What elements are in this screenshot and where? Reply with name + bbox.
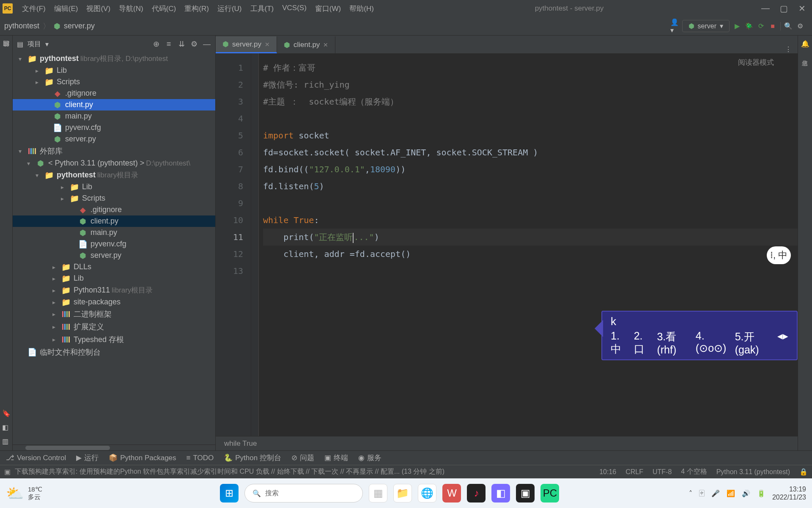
close-tab-icon[interactable]: ✕ bbox=[265, 41, 270, 48]
tabs-menu-icon[interactable]: ⋮ bbox=[785, 45, 798, 53]
code-editor[interactable]: 12345678910111213 # 作者：富哥#微信号: rich_ying… bbox=[216, 53, 798, 436]
lock-icon[interactable]: 🔒 bbox=[799, 468, 808, 476]
run-with-coverage-button[interactable]: ⟳ bbox=[757, 22, 765, 30]
bottom-tab[interactable]: ⎇Version Control bbox=[6, 453, 66, 462]
tray-chevron-icon[interactable]: ˄ bbox=[689, 489, 692, 497]
horizontal-scrollbar[interactable] bbox=[13, 444, 215, 450]
code-breadcrumb-item[interactable]: while True bbox=[224, 439, 257, 448]
tree-row[interactable]: ▸📁Scripts bbox=[13, 76, 215, 88]
tree-row[interactable]: 📄临时文件和控制台 bbox=[13, 346, 215, 359]
edge-icon[interactable]: 🌐 bbox=[418, 484, 436, 502]
ime-candidate[interactable]: 1.中 bbox=[611, 330, 626, 356]
app-icon-1[interactable]: ♪ bbox=[467, 484, 486, 502]
settings-icon[interactable]: ⚙ bbox=[796, 22, 804, 30]
status-message[interactable]: 下载预构建共享索引: 使用预构建的Python 软件包共享索引减少索引时间和 C… bbox=[15, 467, 444, 476]
menu-item[interactable]: 重构(R) bbox=[181, 2, 212, 15]
run-button[interactable]: ▶ bbox=[733, 22, 741, 30]
wps-icon[interactable]: W bbox=[442, 484, 461, 502]
locate-icon[interactable]: ⊕ bbox=[152, 40, 160, 48]
bottom-tab[interactable]: ≡TODO bbox=[187, 454, 214, 462]
tree-row[interactable]: ⬢client.py bbox=[13, 215, 215, 227]
tree-row[interactable]: ▸扩展定义 bbox=[13, 320, 215, 333]
tree-row[interactable]: ▸📁Python311 library根目录 bbox=[13, 284, 215, 296]
bottom-tab[interactable]: ◉服务 bbox=[358, 453, 381, 463]
reader-mode-label[interactable]: 阅读器模式 bbox=[738, 58, 774, 67]
bottom-tab[interactable]: ▶运行 bbox=[76, 453, 99, 463]
tray-datetime[interactable]: 13:19 2022/11/23 bbox=[772, 485, 806, 501]
task-view-icon[interactable]: ▦ bbox=[369, 484, 387, 502]
notifications-icon[interactable]: 🔔 bbox=[801, 40, 809, 48]
ime-nav[interactable]: ◂▸ bbox=[777, 330, 788, 356]
bottom-tab[interactable]: ⊘问题 bbox=[291, 453, 314, 463]
menu-item[interactable]: 工具(T) bbox=[247, 2, 277, 15]
menu-item[interactable]: 编辑(E) bbox=[51, 2, 82, 15]
bookmarks-icon[interactable]: 🔖 bbox=[2, 409, 11, 417]
status-item[interactable]: UTF-8 bbox=[653, 468, 672, 476]
tree-row[interactable]: ▸📁site-packages bbox=[13, 296, 215, 308]
run-config-selector[interactable]: ⬢ server ▾ bbox=[682, 20, 730, 32]
tray-lang-icon[interactable]: 🀄︎ bbox=[699, 489, 705, 497]
tree-row[interactable]: ⬢client.py bbox=[13, 99, 215, 110]
tree-row[interactable]: ▸📁Lib bbox=[13, 65, 215, 76]
taskbar-search[interactable]: 🔍 搜索 bbox=[244, 484, 363, 502]
tree-row[interactable]: ▸📁Scripts bbox=[13, 193, 215, 204]
tree-row[interactable]: ▸📁Lib bbox=[13, 181, 215, 193]
expand-all-icon[interactable]: ≡ bbox=[165, 40, 173, 48]
status-item[interactable]: 4 个空格 bbox=[681, 467, 707, 476]
maximize-button[interactable]: ▢ bbox=[780, 3, 787, 14]
ime-candidate[interactable]: 3.看(rhf) bbox=[657, 330, 688, 356]
tree-row[interactable]: ◆.gitignore bbox=[13, 204, 215, 215]
status-item[interactable]: CRLF bbox=[625, 468, 643, 476]
tree-row[interactable]: ▾⬢< Python 3.11 (pythontest) > D:\python… bbox=[13, 157, 215, 169]
code-area[interactable]: # 作者：富哥#微信号: rich_ying#主题 ： socket编程（服务端… bbox=[259, 53, 798, 436]
ime-candidate[interactable]: 2.口 bbox=[634, 330, 650, 356]
gear-icon[interactable]: ⚙ bbox=[190, 40, 198, 48]
bottom-tab[interactable]: 📦Python Packages bbox=[109, 453, 176, 462]
tree-row[interactable]: ▾📁pythontest library根目录 bbox=[13, 169, 215, 181]
tree-row[interactable]: 📄pyvenv.cfg bbox=[13, 238, 215, 250]
menu-item[interactable]: 视图(V) bbox=[83, 2, 114, 15]
ime-candidates[interactable]: 1.中2.口3.看(rhf)4.(⊙o⊙)5.开(gak)◂▸ bbox=[611, 330, 788, 356]
search-icon[interactable]: 🔍 bbox=[784, 22, 793, 30]
status-item[interactable]: 10:16 bbox=[599, 468, 616, 476]
favorites-icon[interactable]: ◧ bbox=[2, 423, 11, 431]
tree-row[interactable]: ◆.gitignore bbox=[13, 88, 215, 99]
tree-row[interactable]: ⬢main.py bbox=[13, 227, 215, 238]
breadcrumb-project[interactable]: pythontest bbox=[4, 22, 39, 30]
start-button[interactable]: ⊞ bbox=[220, 484, 239, 502]
tree-row[interactable]: ▾📁pythontest library根目录, D:\pythontest bbox=[13, 52, 215, 65]
project-tool-icon[interactable]: ▤ bbox=[3, 39, 9, 47]
tab-client[interactable]: ⬢ client.py ✕ bbox=[277, 36, 335, 53]
tray-battery-icon[interactable]: 🔋 bbox=[757, 489, 765, 497]
status-item[interactable]: Python 3.11 (pythontest) bbox=[716, 468, 790, 476]
tree-row[interactable]: ▸📁DLLs bbox=[13, 261, 215, 273]
build-icon[interactable]: ▥ bbox=[2, 437, 11, 445]
menu-item[interactable]: 代码(C) bbox=[148, 2, 180, 15]
tree-row[interactable]: ▸📁Lib bbox=[13, 273, 215, 284]
tree-row[interactable]: ⬢server.py bbox=[13, 133, 215, 145]
tree-row[interactable]: ⬢main.py bbox=[13, 110, 215, 122]
add-user-icon[interactable]: 👤▾ bbox=[670, 22, 679, 30]
tray-volume-icon[interactable]: 🔊 bbox=[742, 489, 750, 497]
menu-item[interactable]: 导航(N) bbox=[115, 2, 147, 15]
close-button[interactable]: ✕ bbox=[798, 3, 805, 14]
tree-row[interactable]: ⬢server.py bbox=[13, 250, 215, 261]
close-tab-icon[interactable]: ✕ bbox=[323, 41, 328, 48]
menu-item[interactable]: 运行(U) bbox=[214, 2, 245, 15]
menu-item[interactable]: 文件(F) bbox=[19, 2, 49, 15]
breadcrumb-file[interactable]: server.py bbox=[64, 22, 95, 30]
menu-item[interactable]: 帮助(H) bbox=[346, 2, 377, 15]
app-icon-3[interactable]: ▣ bbox=[516, 484, 535, 502]
tray-wifi-icon[interactable]: 📶 bbox=[727, 489, 735, 497]
tree-row[interactable]: ▸二进制框架 bbox=[13, 308, 215, 320]
ime-candidate[interactable]: 5.开(gak) bbox=[735, 330, 770, 356]
collapse-all-icon[interactable]: ⇊ bbox=[177, 40, 186, 48]
ime-popup[interactable]: k 1.中2.口3.看(rhf)4.(⊙o⊙)5.开(gak)◂▸ bbox=[601, 311, 798, 360]
menu-item[interactable]: 窗口(W) bbox=[312, 2, 344, 15]
tree-row[interactable]: 📄pyvenv.cfg bbox=[13, 122, 215, 133]
stop-button[interactable]: ■ bbox=[768, 22, 777, 30]
tray-mic-icon[interactable]: 🎤 bbox=[711, 489, 720, 497]
tree-row[interactable]: ▾外部库 bbox=[13, 145, 215, 157]
tab-server[interactable]: ⬢ server.py ✕ bbox=[216, 36, 277, 53]
explorer-icon[interactable]: 📁 bbox=[393, 484, 412, 502]
